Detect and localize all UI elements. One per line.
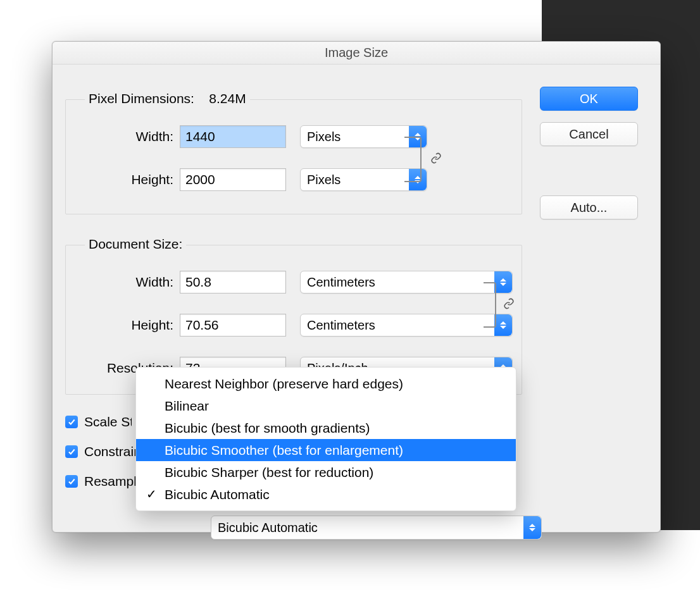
dialog-title: Image Size	[53, 42, 660, 65]
scale-styles-checkbox[interactable]	[65, 416, 78, 428]
pixel-height-input[interactable]: 2000	[180, 168, 286, 191]
doc-height-label: Height:	[66, 318, 173, 333]
resample-method-select[interactable]: Bicubic Automatic	[211, 516, 542, 540]
dialog-buttons: OK Cancel Auto...	[540, 87, 638, 220]
resample-option[interactable]: Bicubic Smoother (best for enlargement)	[136, 439, 516, 461]
pixel-height-unit-value: Pixels	[307, 173, 341, 187]
resample-option[interactable]: Bicubic Automatic	[136, 483, 516, 505]
doc-height-input[interactable]: 70.56	[180, 314, 286, 337]
pixel-dimensions-group: Pixel Dimensions: 8.24M Width: 1440 Pixe…	[65, 99, 522, 214]
doc-width-unit-select[interactable]: Centimeters	[300, 271, 513, 294]
doc-width-unit-value: Centimeters	[307, 275, 375, 290]
scale-styles-label: Scale Styles	[84, 414, 132, 430]
ok-button[interactable]: OK	[540, 87, 638, 111]
chevron-updown-icon	[494, 314, 512, 336]
resample-option[interactable]: Bicubic Sharper (best for reduction)	[136, 461, 516, 483]
constrain-proportions-checkbox-row: Constrain Proportions	[65, 444, 141, 459]
doc-link-bracket	[484, 282, 496, 328]
pixel-height-label: Height:	[66, 172, 173, 187]
resample-image-label: Resample Image:	[84, 474, 138, 489]
document-size-legend: Document Size:	[85, 237, 186, 252]
pixel-dimensions-legend: Pixel Dimensions: 8.24M	[85, 91, 250, 106]
cancel-button[interactable]: Cancel	[540, 122, 638, 146]
constrain-proportions-label: Constrain Proportions	[84, 444, 141, 459]
pixel-width-label: Width:	[66, 129, 173, 144]
doc-height-unit-select[interactable]: Centimeters	[300, 314, 513, 337]
doc-width-label: Width:	[66, 275, 173, 290]
doc-height-unit-value: Centimeters	[307, 318, 375, 333]
resample-method-value: Bicubic Automatic	[218, 521, 318, 535]
pixel-width-input[interactable]: 1440	[180, 125, 286, 148]
pixel-dimensions-size: 8.24M	[209, 91, 246, 106]
pixel-dimensions-label: Pixel Dimensions:	[89, 91, 194, 106]
chevron-updown-icon	[494, 271, 512, 293]
doc-width-input[interactable]: 50.8	[180, 271, 286, 294]
resample-method-popup: Nearest Neighbor (preserve hard edges)Bi…	[135, 367, 516, 511]
resample-option[interactable]: Bilinear	[136, 395, 516, 417]
link-icon[interactable]	[430, 152, 442, 164]
chevron-updown-icon	[523, 516, 541, 539]
resample-option[interactable]: Nearest Neighbor (preserve hard edges)	[136, 373, 516, 395]
resample-image-checkbox-row: Resample Image:	[65, 474, 138, 489]
resample-image-checkbox[interactable]	[65, 475, 78, 488]
pixel-width-unit-value: Pixels	[307, 130, 341, 144]
constrain-proportions-checkbox[interactable]	[65, 445, 78, 458]
resample-option[interactable]: Bicubic (best for smooth gradients)	[136, 417, 516, 439]
link-icon[interactable]	[503, 297, 515, 310]
pixel-link-bracket	[404, 137, 422, 182]
auto-button[interactable]: Auto...	[540, 195, 638, 220]
scale-styles-checkbox-row: Scale Styles	[65, 414, 132, 430]
